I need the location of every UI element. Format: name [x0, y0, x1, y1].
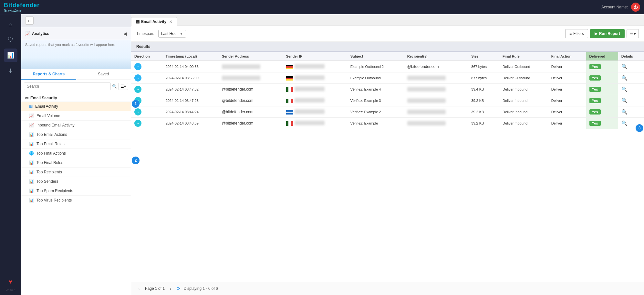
results-table: Direction Timestamp (Local) Sender Addre… — [131, 52, 644, 129]
col-direction: Direction — [131, 52, 162, 61]
indicator-1: 1 — [132, 100, 140, 108]
sender-ip-blurred-5: ███████████ — [295, 121, 325, 125]
direction-icon-0: ↔ — [134, 63, 141, 70]
sidebar-item-top-email-actions[interactable]: 📊Top Email Actions — [21, 130, 131, 139]
td-subject-0: Example Outbound 2 — [347, 61, 404, 72]
td-timestamp-1: 2024-02-14 03:56:09 — [162, 72, 219, 84]
home-nav-icon[interactable]: ⌂ — [4, 17, 17, 31]
refresh-btn[interactable]: ⟳ — [177, 286, 181, 291]
detail-search-btn-1[interactable]: 🔍 — [621, 75, 628, 81]
sidebar-item-top-spam-recipients[interactable]: 📊Top Spam Recipients — [21, 186, 131, 196]
td-timestamp-2: 2024-02-14 03:47:32 — [162, 84, 219, 95]
account-name: Account Name: — [601, 5, 628, 9]
tabs-row: ▦ Email Activity ✕ — [131, 14, 644, 26]
sidebar-section-label: Email Security — [30, 96, 57, 100]
col-size: Size — [468, 52, 499, 61]
next-page-btn[interactable]: › — [168, 285, 173, 292]
detail-search-btn-0[interactable]: 🔍 — [621, 64, 628, 70]
td-final-action-2: Deliver — [548, 84, 586, 95]
email-activity-tab-label: Email Activity — [141, 19, 166, 24]
recipients-blurred-2: ██████████████ — [407, 87, 446, 92]
td-sender-ip-4: ███████████ — [283, 106, 347, 118]
search-icon[interactable]: 🔍 — [112, 84, 117, 89]
menu-button[interactable]: ☰▾ — [627, 29, 639, 38]
sidebar-items: ▦Email Activity📈Email Volume📈Inbound Ema… — [21, 102, 131, 295]
detail-search-btn-2[interactable]: 🔍 — [621, 86, 628, 92]
detail-search-btn-4[interactable]: 🔍 — [621, 109, 628, 115]
detail-search-btn-3[interactable]: 🔍 — [621, 98, 628, 104]
td-recipients-4: ██████████████ — [404, 106, 468, 118]
col-timestamp: Timestamp (Local) — [162, 52, 219, 61]
tab-close-btn[interactable]: ✕ — [169, 20, 172, 24]
filters-button[interactable]: ≡ Filters — [565, 29, 588, 38]
analytics-nav-icon[interactable]: 📊 — [4, 49, 17, 62]
shield-nav-icon[interactable]: 🛡 — [4, 33, 17, 47]
td-subject-3: Vérifiez: Example 3 — [347, 95, 404, 106]
table-row: ↔ 2024-02-14 03:43:59 @bitdefender.com █… — [131, 118, 644, 129]
results-table-wrapper[interactable]: Direction Timestamp (Local) Sender Addre… — [131, 52, 644, 282]
tab-email-activity[interactable]: ▦ Email Activity ✕ — [131, 17, 177, 26]
td-size-2: 39.4 KB — [468, 84, 499, 95]
sidebar-tabs: Reports & Charts Saved — [21, 69, 131, 80]
td-timestamp-4: 2024-02-14 03:44:24 — [162, 106, 219, 118]
delivered-badge-0: Yes — [589, 64, 601, 69]
item-icon-0: ▦ — [29, 104, 33, 109]
power-button[interactable]: ⏻ — [631, 3, 640, 12]
item-label-3: Top Email Actions — [36, 132, 67, 137]
tab-reports-charts[interactable]: Reports & Charts — [21, 69, 76, 80]
item-label-10: Top Virus Recipients — [36, 198, 72, 202]
direction-icon-5: ↔ — [134, 120, 141, 127]
tab-saved[interactable]: Saved — [76, 69, 131, 80]
td-recipients-1: ██████████████ — [404, 72, 468, 84]
sidebar-item-top-email-rules[interactable]: 📊Top Email Rules — [21, 139, 131, 149]
td-sender-1: ██████████████ — [219, 72, 283, 84]
item-icon-1: 📈 — [29, 114, 34, 118]
email-security-icon: ✉ — [25, 96, 28, 100]
sidebar-item-top-final-actions[interactable]: 🌐Top Final Actions — [21, 149, 131, 158]
recipients-blurred-3: ██████████████ — [407, 98, 446, 103]
panel-collapse-btn[interactable]: ◀ — [123, 31, 127, 36]
download-nav-icon[interactable]: ⬇ — [4, 64, 17, 78]
timespan-select[interactable]: Last Hour ▼ — [158, 30, 186, 38]
sidebar-item-inbound-email-activity[interactable]: 📈Inbound Email Activity — [21, 121, 131, 130]
prev-page-btn[interactable]: ‹ — [136, 285, 142, 292]
sidebar-item-top-senders[interactable]: 📊Top Senders — [21, 177, 131, 186]
run-report-button[interactable]: ▶ Run Report — [590, 29, 625, 38]
main-content: ▦ Email Activity ✕ Timespan: Last Hour ▼… — [131, 14, 644, 295]
chart-icon: 📈 — [25, 31, 30, 36]
td-size-1: 877 bytes — [468, 72, 499, 84]
td-delivered-2: Yes — [586, 84, 618, 95]
logo-main: Bitdefender — [4, 2, 40, 9]
sidebar-item-top-recipients[interactable]: 📊Top Recipients — [21, 168, 131, 177]
home-breadcrumb-btn[interactable]: ⌂ — [25, 16, 34, 25]
td-direction-5: ↔ — [131, 118, 162, 129]
sidebar-search-bar: 🔍 ☰▾ — [21, 80, 131, 93]
sidebar-item-top-final-rules[interactable]: 📊Top Final Rules — [21, 158, 131, 168]
detail-search-btn-5[interactable]: 🔍 — [621, 120, 628, 126]
td-sender-ip-2: ███████████ — [283, 84, 347, 95]
search-input[interactable] — [24, 82, 111, 90]
sidebar-item-email-activity[interactable]: ▦Email Activity — [21, 102, 131, 111]
sidebar-item-email-volume[interactable]: 📈Email Volume — [21, 111, 131, 121]
col-sender-address: Sender Address — [219, 52, 283, 61]
td-final-rule-3: Deliver Inbound — [499, 95, 548, 106]
version-label: v2.46.5 — [6, 289, 16, 292]
direction-icon-1: ↔ — [134, 74, 141, 82]
results-tbody: ↔ 2024-02-14 04:00:36 ██████████████ ███… — [131, 61, 644, 129]
td-subject-5: Vérifiez: Example — [347, 118, 404, 129]
favorites-icon[interactable]: ♥ — [9, 279, 12, 285]
col-sender-ip: Sender IP — [283, 52, 347, 61]
td-final-rule-1: Deliver Outbound — [499, 72, 548, 84]
recipients-blurred-4: ██████████████ — [407, 110, 446, 114]
td-final-action-1: Deliver — [548, 72, 586, 84]
td-timestamp-3: 2024-02-14 03:47:23 — [162, 95, 219, 106]
td-recipients-3: ██████████████ — [404, 95, 468, 106]
sidebar-item-top-virus-recipients[interactable]: 📊Top Virus Recipients — [21, 196, 131, 205]
td-sender-3: @bitdefender.com — [219, 95, 283, 106]
item-icon-5: 🌐 — [29, 151, 34, 156]
list-view-btn[interactable]: ☰▾ — [118, 83, 128, 90]
indicator-3: 3 — [636, 124, 643, 132]
item-icon-6: 📊 — [29, 160, 34, 165]
td-details-2: 🔍 — [618, 84, 644, 95]
run-report-label: Run Report — [599, 31, 620, 36]
